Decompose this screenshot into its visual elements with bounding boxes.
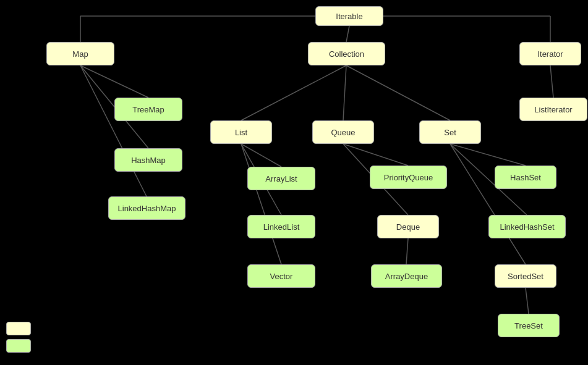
node-label-deque: Deque xyxy=(396,222,420,232)
node-label-arraydeque: ArrayDeque xyxy=(385,272,428,281)
node-sortedset: SortedSet xyxy=(495,264,556,288)
node-label-priorityqueue: PriorityQueue xyxy=(384,173,433,182)
svg-line-5 xyxy=(550,65,553,98)
node-label-treeset: TreeSet xyxy=(514,321,543,330)
legend-interface-label: = interface xyxy=(36,324,74,334)
node-label-linkedlist: LinkedList xyxy=(263,222,300,232)
node-label-sortedset: SortedSet xyxy=(508,272,543,281)
svg-line-12 xyxy=(241,144,281,167)
node-treemap: TreeMap xyxy=(114,98,182,121)
svg-line-9 xyxy=(241,65,346,120)
node-iterator: Iterator xyxy=(519,42,581,65)
node-listiterator: ListIterator xyxy=(519,98,587,121)
node-label-listiterator: ListIterator xyxy=(534,105,572,114)
node-queue: Queue xyxy=(312,120,374,144)
legend-interface-box xyxy=(6,322,31,335)
legend-class-box xyxy=(6,339,31,353)
node-linkedhashmap: LinkedHashMap xyxy=(108,196,185,220)
legend-class: = class xyxy=(6,339,74,353)
node-treeset: TreeSet xyxy=(498,314,560,337)
node-arraydeque: ArrayDeque xyxy=(371,264,442,288)
node-hashset: HashSet xyxy=(495,166,556,189)
svg-line-11 xyxy=(346,65,450,120)
node-collection: Collection xyxy=(308,42,385,65)
node-map: Map xyxy=(46,42,114,65)
legend-interface: = interface xyxy=(6,322,74,335)
svg-line-6 xyxy=(80,65,148,98)
svg-line-21 xyxy=(526,288,529,314)
node-iterable: Iterable xyxy=(315,6,383,26)
node-hashmap: HashMap xyxy=(114,148,182,172)
node-label-iterable: Iterable xyxy=(336,12,362,21)
svg-line-0 xyxy=(346,26,349,42)
node-priorityqueue: PriorityQueue xyxy=(370,166,447,189)
node-label-vector: Vector xyxy=(270,272,293,281)
node-label-treemap: TreeMap xyxy=(132,105,164,114)
svg-line-20 xyxy=(450,144,526,264)
svg-line-10 xyxy=(343,65,346,120)
node-deque: Deque xyxy=(377,215,439,238)
node-linkedhashset: LinkedHashSet xyxy=(488,215,566,238)
node-label-arraylist: ArrayList xyxy=(265,174,297,183)
node-arraylist: ArrayList xyxy=(247,167,315,190)
node-label-list: List xyxy=(235,128,247,137)
node-vector: Vector xyxy=(247,264,315,288)
node-label-queue: Queue xyxy=(331,128,355,137)
node-linkedlist: LinkedList xyxy=(247,215,315,238)
node-label-hashmap: HashMap xyxy=(131,156,166,165)
svg-line-8 xyxy=(80,65,147,196)
svg-line-14 xyxy=(241,144,281,264)
node-set: Set xyxy=(419,120,481,144)
legend-class-label: = class xyxy=(36,342,61,351)
node-label-map: Map xyxy=(72,49,88,59)
svg-line-18 xyxy=(450,144,526,166)
node-label-linkedhashset: LinkedHashSet xyxy=(500,222,554,232)
svg-line-15 xyxy=(343,144,408,166)
node-label-set: Set xyxy=(444,128,456,137)
svg-line-17 xyxy=(406,238,408,264)
node-label-iterator: Iterator xyxy=(537,49,563,59)
node-label-linkedhashmap: LinkedHashMap xyxy=(118,204,176,213)
node-label-collection: Collection xyxy=(329,49,364,59)
node-list: List xyxy=(210,120,272,144)
node-label-hashset: HashSet xyxy=(510,173,541,182)
legend: = interface = class xyxy=(6,322,74,353)
